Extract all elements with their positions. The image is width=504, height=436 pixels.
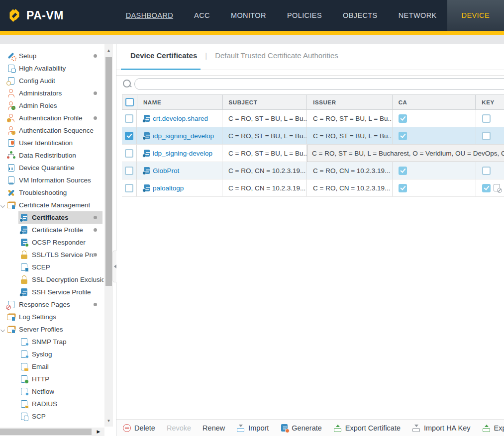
- sidebar-item-authentication-sequence[interactable]: Authentication Sequence: [0, 124, 103, 137]
- sidebar-item-certificate-management[interactable]: Certificate Management: [0, 199, 103, 211]
- column-header-name[interactable]: NAME: [137, 95, 223, 109]
- toolbar-button-label: Import HA Key: [424, 424, 470, 432]
- sidebar-item-email[interactable]: Email: [0, 360, 103, 373]
- key-checkbox[interactable]: [482, 167, 491, 175]
- sidebar-item-snmp-trap[interactable]: SNMP Trap: [0, 336, 103, 348]
- nav-item-monitor[interactable]: MONITOR: [220, 0, 277, 31]
- certificate-tabs: Device Certificates|Default Trusted Cert…: [130, 51, 338, 60]
- sidebar-item-http[interactable]: HTTP: [0, 373, 103, 385]
- nav-item-dashboard[interactable]: DASHBOARD: [115, 0, 184, 31]
- tab-default-trusted-certificate-authorities[interactable]: Default Trusted Certificate Authorities: [215, 51, 338, 60]
- vertical-scrollbar-thumb[interactable]: [105, 57, 112, 286]
- sidebar-item-scep[interactable]: SCEP: [0, 261, 103, 273]
- select-all-checkbox[interactable]: [125, 98, 134, 106]
- ca-checkbox[interactable]: [399, 132, 407, 140]
- generate-button[interactable]: Generate: [280, 424, 321, 432]
- key-checkbox[interactable]: [482, 184, 491, 192]
- scroll-up-arrow[interactable]: ▲: [104, 47, 113, 54]
- sidebar-item-config-audit[interactable]: Config Audit: [0, 75, 103, 87]
- sidebar-item-administrators[interactable]: Administrators: [0, 87, 103, 99]
- ca-checkbox[interactable]: [399, 167, 407, 175]
- nav-item-policies[interactable]: POLICIES: [277, 0, 332, 31]
- certificate-name-link[interactable]: idp_signing_develop: [153, 132, 214, 140]
- table-row-paloaltogp[interactable]: paloaltogpC = RO, CN = 10.2.3.19...C = R…: [122, 179, 504, 197]
- row-checkbox[interactable]: [125, 167, 133, 175]
- ssl-tls-service-profile-icon: [20, 251, 28, 259]
- column-header-ca[interactable]: CA: [393, 95, 476, 109]
- sidebar-item-label: Response Pages: [19, 301, 70, 308]
- nav-item-objects[interactable]: OBJECTS: [332, 0, 388, 31]
- ca-checkbox[interactable]: [399, 114, 407, 123]
- import-icon: [236, 424, 245, 433]
- certificate-name-link[interactable]: idp_signing-develop: [153, 150, 212, 157]
- tab-device-certificates[interactable]: Device Certificates: [130, 51, 197, 60]
- sidebar-item-ssh-service-profile[interactable]: SSH Service Profile: [0, 286, 103, 298]
- scroll-right-arrow[interactable]: ▶: [95, 428, 102, 436]
- sidebar-item-ssl-decryption-exclusio[interactable]: SSL Decryption Exclusio: [0, 273, 103, 286]
- sidebar-item-data-redistribution[interactable]: Data Redistribution: [0, 149, 103, 162]
- renew-button[interactable]: Renew: [202, 424, 225, 432]
- horizontal-scrollbar-thumb[interactable]: [0, 429, 92, 435]
- sidebar-item-troubleshooting[interactable]: Troubleshooting: [0, 186, 103, 199]
- vm-information-sources-icon: [7, 176, 15, 184]
- export-certificate-button[interactable]: Export Certificate: [333, 424, 401, 433]
- sidebar-item-authentication-profile[interactable]: Authentication Profile: [0, 112, 103, 124]
- ca-checkbox[interactable]: [399, 184, 407, 192]
- status-dot: [94, 228, 97, 232]
- export-icon: [482, 424, 491, 433]
- table-row-idp-signing-develop[interactable]: idp_signing_developC = RO, ST = BU, L = …: [122, 127, 504, 145]
- search-input[interactable]: [134, 78, 504, 90]
- sidebar-item-syslog[interactable]: Syslog: [0, 348, 103, 360]
- sidebar-item-radius[interactable]: RADIUS: [0, 398, 103, 410]
- row-checkbox[interactable]: [125, 114, 133, 123]
- sidebar-horizontal-scrollbar[interactable]: ▶: [0, 428, 104, 436]
- sidebar-item-certificates[interactable]: Certificates: [0, 211, 103, 224]
- row-checkbox[interactable]: [125, 149, 133, 158]
- sidebar-item-high-availability[interactable]: High Availability: [0, 62, 103, 75]
- import-button[interactable]: Import: [236, 424, 269, 433]
- key-checkbox[interactable]: [482, 114, 491, 123]
- table-row-globprot[interactable]: GlobProtC = RO, CN = 10.2.3.19...C = RO,…: [122, 162, 504, 179]
- chevron-down-icon[interactable]: [0, 203, 5, 208]
- export-button[interactable]: Export: [482, 424, 504, 433]
- status-dot: [94, 303, 97, 306]
- sidebar-item-netflow[interactable]: Netflow: [0, 385, 103, 398]
- certificate-profile-icon: [20, 226, 28, 234]
- import-ha-key-button[interactable]: Import HA Key: [412, 424, 470, 433]
- sidebar-item-vm-information-sources[interactable]: VM Information Sources: [0, 174, 103, 186]
- sidebar-item-ocsp-responder[interactable]: OCSP Responder: [0, 236, 103, 249]
- sidebar-vertical-scrollbar[interactable]: ▲ ▼: [104, 44, 113, 427]
- nav-item-acc[interactable]: ACC: [184, 0, 220, 31]
- revoke-button: Revoke: [167, 424, 191, 432]
- chevron-down-icon[interactable]: [0, 328, 5, 332]
- row-checkbox[interactable]: [125, 184, 133, 192]
- certificate-management-icon: [7, 201, 15, 209]
- toolbar-button-label: Generate: [292, 424, 321, 432]
- nav-item-network[interactable]: NETWORK: [388, 0, 447, 31]
- row-checkbox[interactable]: [125, 132, 133, 140]
- sidebar-item-label: Certificates: [32, 214, 69, 221]
- table-row-crt-develop-shared[interactable]: crt.develop.sharedC = RO, ST = BU, L = B…: [122, 110, 504, 127]
- sidebar-item-user-identification[interactable]: User Identification: [0, 137, 103, 149]
- nav-item-device[interactable]: DEVICE: [447, 0, 504, 31]
- certificate-name-link[interactable]: GlobProt: [153, 167, 179, 174]
- certificate-name-link[interactable]: crt.develop.shared: [153, 115, 208, 122]
- sidebar-item-server-profiles[interactable]: Server Profiles: [0, 323, 103, 336]
- sidebar-item-response-pages[interactable]: Response Pages: [0, 298, 103, 311]
- column-header-key[interactable]: KEY: [476, 95, 504, 109]
- sidebar-item-ssl-tls-service-profile[interactable]: SSL/TLS Service Profile: [0, 249, 103, 261]
- sidebar-item-scp[interactable]: SCP: [0, 410, 103, 423]
- column-header-issuer[interactable]: ISSUER: [307, 95, 393, 109]
- config-audit-icon: [7, 77, 15, 85]
- search-row: [122, 77, 504, 91]
- sidebar-item-admin-roles[interactable]: Admin Roles: [0, 99, 103, 112]
- delete-button[interactable]: Delete: [122, 424, 155, 433]
- sidebar-item-log-settings[interactable]: Log Settings: [0, 311, 103, 323]
- key-checkbox[interactable]: [482, 132, 491, 140]
- column-header-subject[interactable]: SUBJECT: [223, 95, 307, 109]
- sidebar-item-certificate-profile[interactable]: Certificate Profile: [0, 224, 103, 236]
- scroll-down-arrow[interactable]: ▼: [104, 418, 113, 425]
- sidebar-item-device-quarantine[interactable]: Device Quarantine: [0, 162, 103, 174]
- certificate-name-link[interactable]: paloaltogp: [153, 184, 184, 192]
- sidebar-item-setup[interactable]: Setup: [0, 50, 103, 62]
